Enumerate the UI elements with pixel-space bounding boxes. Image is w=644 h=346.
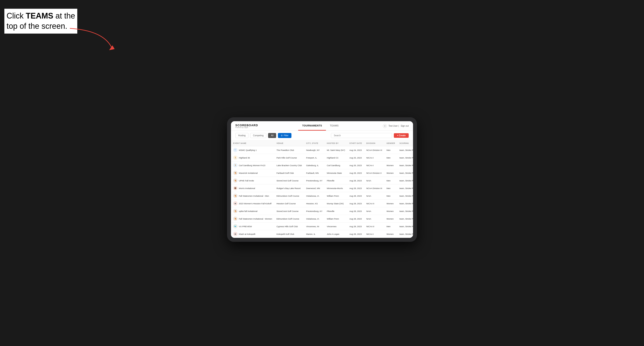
svg-marker-0: [109, 45, 114, 50]
cell-hosted-by: Highland CC: [324, 154, 347, 162]
tablet-frame: SCOREBOARD Powered by Clippit TOURNAMENT…: [227, 117, 417, 242]
cell-gender: Men: [384, 184, 397, 192]
cell-event-name: 🐴 upike fall invitational: [231, 207, 274, 215]
cell-start-date: Aug 25, 2023: [347, 154, 364, 162]
event-name-text: UPKE Fall Invite: [239, 179, 254, 182]
competing-button[interactable]: Competing: [250, 133, 266, 138]
search-input[interactable]: [331, 133, 392, 138]
cell-gender: Men: [384, 177, 397, 184]
cell-hosted-by: Murray State (OK): [324, 200, 347, 207]
create-button[interactable]: + Create: [394, 133, 409, 138]
cell-gender: Women: [384, 215, 397, 223]
cell-city-state: Hesston, KS: [304, 200, 324, 207]
col-gender: GENDER: [384, 140, 397, 146]
cell-venue: StoneCrest Golf Course: [274, 207, 304, 215]
cell-city-state: Faribault, MN: [304, 169, 324, 177]
tab-teams[interactable]: TEAMS: [326, 121, 342, 131]
cell-gender: Women: [384, 207, 397, 215]
cell-hosted-by: William Penn: [324, 215, 347, 223]
cell-hosted-by: Minnesota-Morris: [324, 184, 347, 192]
table-header-row: EVENT NAME VENUE CITY, STATE HOSTED BY S…: [231, 140, 413, 146]
col-city-state: CITY, STATE: [304, 140, 324, 146]
cell-scoring: team, Stroke Play: [397, 192, 413, 200]
cell-venue: Lake Bracken Country Club: [274, 162, 304, 169]
settings-icon[interactable]: ⚙: [383, 124, 387, 128]
table-row: 🏃 Carl Sandburg Women FA23 Lake Bracken …: [231, 162, 413, 169]
event-name-text: VU PREVIEW: [239, 225, 252, 228]
cell-scoring: team, Stroke Play: [397, 184, 413, 192]
all-button[interactable]: All: [268, 133, 276, 138]
cell-venue: Faribault Golf Club: [274, 169, 304, 177]
col-hosted-by: HOSTED BY: [324, 140, 347, 146]
filter-button[interactable]: ☰ Filter: [278, 133, 291, 138]
cell-event-name: 🐴 Maverick Invitational: [231, 169, 274, 177]
cell-division: NCAA Division II: [364, 169, 384, 177]
table-row: 🐴 Fall Statesmen Invitational - Men Edmu…: [231, 192, 413, 200]
cell-start-date: Aug 24, 2023: [347, 146, 364, 154]
table-row: 🦝 Klash at Kokopelli Kokopelli Golf Club…: [231, 230, 413, 238]
table-row: 🐴 upike fall invitational StoneCrest Gol…: [231, 207, 413, 215]
cell-start-date: Aug 26, 2023: [347, 162, 364, 169]
cell-city-state: Oskaloosa, IA: [304, 215, 324, 223]
cell-division: NICAA II: [364, 200, 384, 207]
user-text: Test User |: [388, 125, 399, 127]
instruction-bold: TEAMS: [26, 11, 53, 20]
cell-start-date: Aug 28, 2023: [347, 207, 364, 215]
cell-division: NCAA Division III: [364, 146, 384, 154]
table-container: EVENT NAME VENUE CITY, STATE HOSTED BY S…: [231, 140, 413, 238]
table-row: 🐦 VU PREVIEW Cypress Hills Golf Club Vin…: [231, 223, 413, 230]
cell-gender: Women: [384, 162, 397, 169]
table-row: 🐴 Maverick Invitational Faribault Golf C…: [231, 169, 413, 177]
cell-division: NAIA: [364, 192, 384, 200]
cell-gender: Women: [384, 200, 397, 207]
filter-icon: ☰: [281, 134, 283, 137]
logo-subtitle: Powered by Clippit: [235, 127, 258, 128]
cell-scoring: team, Stroke Play: [397, 200, 413, 207]
cell-division: NCAA Division III: [364, 184, 384, 192]
cell-hosted-by: John A Logan: [324, 230, 347, 238]
table-row: 🦝 2023 Women's Hesston Fall Kickoff Hess…: [231, 200, 413, 207]
cell-division: NAIA: [364, 215, 384, 223]
cell-hosted-by: Pikeville: [324, 177, 347, 184]
cell-scoring: team, Stroke Play: [397, 154, 413, 162]
tab-tournaments[interactable]: TOURNAMENTS: [298, 121, 326, 131]
cell-city-state: Marion, IL: [304, 230, 324, 238]
logo-area: SCOREBOARD Powered by Clippit: [235, 124, 258, 128]
cell-division: NICAA I: [364, 154, 384, 162]
cell-division: NICAA I: [364, 230, 384, 238]
cell-hosted-by: Minnesota State: [324, 169, 347, 177]
cell-event-name: 🛡 MSMC Qualifying 1: [231, 146, 274, 154]
col-venue: VENUE: [274, 140, 304, 146]
cell-city-state: Oskaloosa, IA: [304, 192, 324, 200]
cell-division: NICAA I: [364, 162, 384, 169]
table-row: 🐴 Fall Statesmen Invitational - Women Ed…: [231, 215, 413, 223]
cell-event-name: 🏃 Highland 36: [231, 154, 274, 162]
cell-event-name: 🦝 2023 Women's Hesston Fall Kickoff: [231, 200, 274, 207]
cell-venue: The Powelton Club: [274, 146, 304, 154]
cell-hosted-by: Mt. Saint Mary (NY): [324, 146, 347, 154]
cell-venue: Kokopelli Golf Club: [274, 230, 304, 238]
cell-hosted-by: Vincennes: [324, 223, 347, 230]
tablet-screen: SCOREBOARD Powered by Clippit TOURNAMENT…: [231, 121, 413, 238]
hosting-button[interactable]: Hosting: [235, 133, 248, 138]
cell-event-name: 🐴 Fall Statesmen Invitational - Women: [231, 215, 274, 223]
cell-city-state: Prestonsburg, KY: [304, 207, 324, 215]
instruction-before: Click: [6, 11, 26, 20]
event-name-text: MSMC Qualifying 1: [239, 149, 257, 151]
instruction-overlay: Click TEAMS at thetop of the screen.: [4, 9, 77, 33]
col-event-name: EVENT NAME: [231, 140, 274, 146]
cell-start-date: Aug 28, 2023: [347, 192, 364, 200]
cell-start-date: Aug 28, 2023: [347, 177, 364, 184]
app-header: SCOREBOARD Powered by Clippit TOURNAMENT…: [231, 121, 413, 131]
cell-city-state: Newburgh, NY: [304, 146, 324, 154]
cell-event-name: 🐦 VU PREVIEW: [231, 223, 274, 230]
cell-gender: Women: [384, 169, 397, 177]
event-name-text: Maverick Invitational: [239, 172, 258, 174]
event-name-text: 2023 Women's Hesston Fall Kickoff: [239, 202, 271, 205]
signout-link[interactable]: Sign out: [400, 125, 409, 127]
cell-scoring: team, Stroke Play: [397, 207, 413, 215]
filter-row: Hosting Competing All ☰ Filter + Create: [231, 131, 413, 140]
cell-division: NAIA: [364, 207, 384, 215]
cell-gender: Men: [384, 154, 397, 162]
cell-event-name: 🐴 UPKE Fall Invite: [231, 177, 274, 184]
